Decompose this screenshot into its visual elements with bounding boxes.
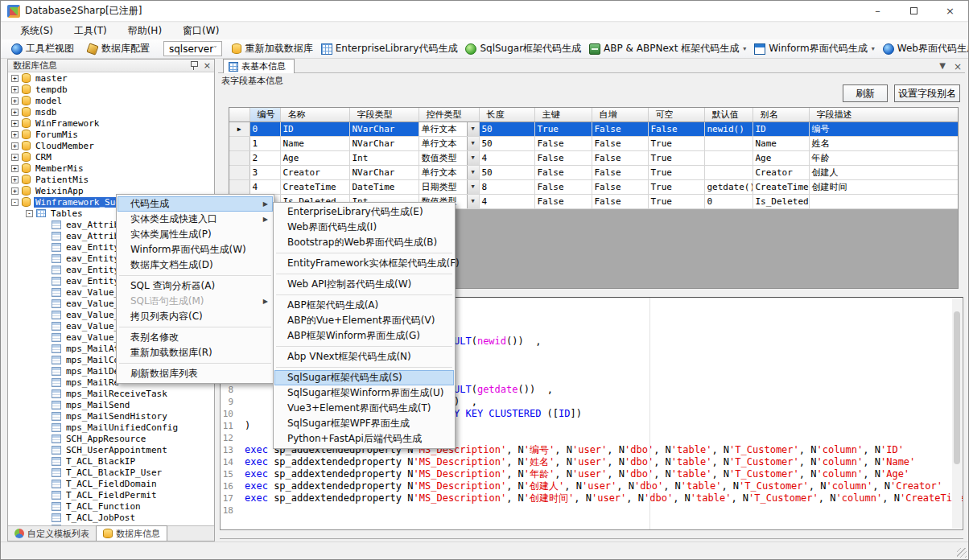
grid-cell[interactable] [704,150,753,165]
grid-cell[interactable] [704,136,753,150]
grid-cell[interactable]: False [592,165,648,179]
toolbar-button[interactable]: Winform界面代码生成▾ [750,40,879,57]
grid-cell[interactable]: False [592,150,648,165]
combo-dropdown-icon[interactable]: ▼ [467,195,479,208]
grid-column-header[interactable]: 自增 [592,108,648,121]
grid-cell[interactable]: NVarChar [349,165,419,179]
grid-cell[interactable]: 创建时间 [809,179,958,194]
context-menu-item[interactable]: Winform界面代码生成(W) [118,242,273,257]
tree-expand-toggle[interactable]: - [11,199,19,206]
context-menu-item[interactable]: 表别名修改 [118,330,273,345]
grid-cell[interactable]: ID [280,121,349,136]
pin-icon[interactable] [190,61,197,70]
grid-column-header[interactable]: 名称 [280,108,349,121]
grid-cell[interactable]: ID [753,121,809,136]
splitter-line[interactable] [220,538,963,539]
grid-cell[interactable]: 8 [479,179,534,194]
tree-item[interactable]: +ForumMis [8,129,214,140]
combo-dropdown-icon[interactable]: ▼ [467,122,479,136]
tab-table-basic-info[interactable]: 表基本信息 [223,59,295,73]
database-type-select[interactable]: sqlserver˅ [163,41,222,56]
grid-cell[interactable]: 单行文本▼ [419,121,479,136]
grid-cell[interactable]: CreateTime [280,179,349,194]
grid-cell[interactable]: 1 [249,136,280,150]
tree-item[interactable]: +master [8,72,214,84]
tab-list-dropdown-icon[interactable]: ▼ [939,61,946,72]
combo-dropdown-icon[interactable]: ▼ [467,137,479,150]
grid-row-selector[interactable] [229,136,249,150]
tree-expand-toggle[interactable]: + [11,131,19,138]
context-menu-item[interactable]: 实体类生成快速入口▶ [118,212,273,227]
tree-item[interactable]: T_ACL_Function [8,500,214,512]
grid-column-header[interactable]: 主键 [534,108,592,121]
tree-expand-toggle[interactable]: + [11,142,19,150]
grid-cell[interactable]: 姓名 [809,136,958,150]
dock-tab[interactable]: 自定义模板列表 [8,526,96,541]
tree-expand-toggle[interactable]: + [11,176,19,183]
submenu-item[interactable]: Web界面代码生成(I) [274,220,454,235]
tree-item[interactable]: T_ACL_BlackIP_User [8,467,214,478]
grid-row-selector[interactable] [229,179,249,194]
maximize-button[interactable] [896,1,932,21]
grid-cell[interactable]: Name [753,136,809,150]
tree-item[interactable]: +MemberMis [8,163,214,174]
grid-cell[interactable]: 4 [249,179,280,194]
tree-item[interactable]: +msdb [8,106,214,117]
tree-item[interactable]: T_ACL_BlackIP [8,455,214,467]
refresh-button[interactable]: 刷新 [843,84,888,102]
tree-expand-toggle[interactable]: + [11,154,19,161]
grid-cell[interactable]: 50 [479,121,534,136]
submenu-item[interactable]: EntityFramework实体框架代码生成(F) [274,256,454,271]
tree-item[interactable]: SCH_UserAppointment [8,444,214,455]
tree-expand-toggle[interactable]: - [26,210,33,217]
submenu-item[interactable]: SqlSugar框架代码生成(S) [274,370,454,385]
grid-cell[interactable]: 4 [479,150,534,165]
grid-cell[interactable]: 50 [479,136,534,150]
grid-row[interactable]: 1NameNVarChar单行文本▼50FalseFalseTrueName姓名 [229,136,958,150]
tree-expand-toggle[interactable]: + [11,86,19,93]
grid-cell[interactable]: True [648,194,704,208]
tree-item[interactable]: +CRM [8,151,214,163]
tree-item[interactable]: +CloudMember [8,140,214,151]
grid-cell[interactable] [809,194,958,208]
toolbar-button[interactable]: ABP & ABPNext 框架代码生成▾ [585,40,750,57]
grid-cell[interactable]: 年龄 [809,150,958,165]
grid-row-selector[interactable] [229,165,249,179]
tree-item[interactable]: T_ACL_FieldPermit [8,489,214,500]
context-menu-item[interactable]: 重新加载数据库(R) [118,345,273,360]
submenu-item[interactable]: Web API控制器代码生成(W) [274,277,454,292]
context-menu-item[interactable]: 代码生成▶ [118,196,273,212]
grid-row-selector[interactable]: ▶ [229,121,249,136]
grid-cell[interactable]: Creator [753,165,809,179]
toolbar-button[interactable]: 工具栏视图 [7,40,78,57]
grid-cell[interactable]: False [592,121,648,136]
grid-cell[interactable]: 日期类型▼ [419,179,479,194]
context-menu-item[interactable]: 刷新数据库列表 [118,366,273,381]
resize-grip[interactable] [957,548,967,558]
grid-cell[interactable]: 2 [249,150,280,165]
toolbar-button[interactable]: 重新加载数据库 [227,40,317,57]
grid-cell[interactable]: 0 [704,194,753,208]
tree-item[interactable]: T_ACL_FieldDomain [8,478,214,489]
grid-column-header[interactable]: 别名 [753,108,809,121]
grid-column-header[interactable]: 字段描述 [809,108,958,121]
grid-cell[interactable]: True [534,121,592,136]
grid-cell[interactable]: True [648,179,704,194]
close-button[interactable]: × [932,1,968,21]
grid-cell[interactable]: True [648,136,704,150]
panel-close-icon[interactable]: × [204,61,211,70]
context-menu-item[interactable]: 实体类属性生成(P) [118,227,273,242]
context-menu-item[interactable]: SQL 查询分析器(A) [118,278,273,294]
submenu-item[interactable]: SqlSugar框架WPF界面生成 [274,416,454,431]
submenu-item[interactable]: ABP框架代码生成(A) [274,298,454,313]
grid-cell[interactable]: True [648,150,704,165]
toolbar-button[interactable]: SqlSugar框架代码生成 [461,40,585,57]
grid-cell[interactable]: False [592,194,648,208]
tree-item[interactable]: +model [8,95,214,106]
grid-cell[interactable]: Creator [280,165,349,179]
tree-item[interactable]: mps_MailSendHistory [8,410,214,422]
tree-item[interactable]: mps_MailReceiveTask [8,388,214,399]
grid-cell[interactable]: Int [349,150,419,165]
menubar-item[interactable]: 窗口(W) [173,23,229,39]
submenu-item[interactable]: EnterpriseLibrary代码生成(E) [274,204,454,220]
